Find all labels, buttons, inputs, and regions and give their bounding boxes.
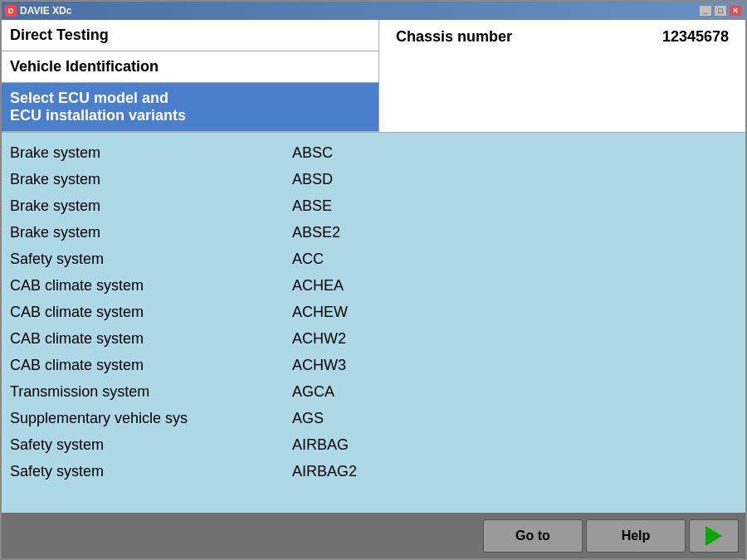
list-item[interactable]: CAB climate systemACHW3 bbox=[10, 352, 737, 378]
list-item[interactable]: Safety systemAIRBAG bbox=[10, 431, 737, 458]
list-item-name: CAB climate system bbox=[10, 357, 292, 374]
restore-button[interactable]: □ bbox=[714, 5, 727, 17]
header: Direct Testing Vehicle Identification Se… bbox=[2, 20, 745, 133]
list-item-name: CAB climate system bbox=[10, 330, 292, 348]
list-item-name: Safety system bbox=[10, 436, 292, 454]
title-bar-left: D DAVIE XDc bbox=[5, 5, 71, 17]
list-item-code: ACC bbox=[292, 251, 324, 268]
list-item-code: ACHEW bbox=[292, 304, 348, 321]
list-item-code: ACHEA bbox=[292, 277, 344, 295]
close-button[interactable]: ✕ bbox=[729, 5, 742, 17]
list-item-name: Brake system bbox=[10, 144, 292, 162]
list-item[interactable]: Transmission systemAGCA bbox=[10, 378, 737, 405]
list-item-name: Brake system bbox=[10, 171, 292, 188]
list-item-code: ABSC bbox=[292, 144, 333, 162]
list-item[interactable]: Brake systemABSE2 bbox=[10, 219, 737, 246]
ecu-installation-label: ECU installation variants bbox=[10, 107, 186, 124]
list-item-name: Safety system bbox=[10, 251, 292, 268]
play-icon bbox=[706, 526, 722, 546]
list-item-code: ABSE bbox=[292, 197, 332, 215]
list-item-name: Brake system bbox=[10, 224, 292, 241]
list-item[interactable]: Safety systemACC bbox=[10, 246, 737, 272]
header-left: Direct Testing Vehicle Identification Se… bbox=[2, 20, 379, 132]
goto-button[interactable]: Go to bbox=[483, 519, 583, 553]
list-item-code: AIRBAG bbox=[292, 436, 349, 454]
minimize-button[interactable]: _ bbox=[699, 5, 712, 17]
list-item[interactable]: CAB climate systemACHEA bbox=[10, 272, 737, 299]
header-right: Chassis number 12345678 bbox=[379, 20, 745, 132]
list-item[interactable]: CAB climate systemACHEW bbox=[10, 299, 737, 325]
main-window: D DAVIE XDc _ □ ✕ Direct Testing Vehicle… bbox=[0, 0, 747, 560]
list-item-name: CAB climate system bbox=[10, 304, 292, 321]
list-item-name: CAB climate system bbox=[10, 277, 292, 295]
window-title: DAVIE XDc bbox=[20, 5, 71, 17]
list-item-code: ACHW3 bbox=[292, 357, 346, 374]
vehicle-identification-label: Vehicle Identification bbox=[10, 58, 159, 75]
list-item-code: ACHW2 bbox=[292, 330, 346, 348]
list-item[interactable]: Safety systemAIRBAG2 bbox=[10, 458, 737, 485]
ecu-list[interactable]: Brake systemABSCBrake systemABSDBrake sy… bbox=[2, 133, 745, 513]
direct-testing-label: Direct Testing bbox=[10, 27, 109, 43]
list-item[interactable]: Brake systemABSE bbox=[10, 192, 737, 219]
play-button[interactable] bbox=[689, 519, 739, 553]
list-item[interactable]: Supplementary vehicle sysAGS bbox=[10, 405, 737, 431]
list-item[interactable]: Brake systemABSD bbox=[10, 166, 737, 192]
help-button[interactable]: Help bbox=[586, 519, 686, 553]
select-ecu-label: Select ECU model and bbox=[10, 90, 168, 106]
list-item-code: AGCA bbox=[292, 383, 334, 401]
list-item-name: Supplementary vehicle sys bbox=[10, 410, 292, 427]
chassis-number-value: 12345678 bbox=[662, 28, 729, 124]
select-ecu-row[interactable]: Select ECU model and ECU installation va… bbox=[2, 83, 378, 132]
title-controls: _ □ ✕ bbox=[699, 5, 742, 17]
list-item-code: AIRBAG2 bbox=[292, 463, 357, 480]
vehicle-identification-row[interactable]: Vehicle Identification bbox=[2, 51, 378, 83]
list-item-name: Brake system bbox=[10, 197, 292, 215]
app-icon: D bbox=[5, 5, 17, 17]
direct-testing-row: Direct Testing bbox=[2, 20, 378, 51]
title-bar: D DAVIE XDc _ □ ✕ bbox=[2, 2, 745, 20]
list-item-code: AGS bbox=[292, 410, 324, 427]
list-item[interactable]: CAB climate systemACHW2 bbox=[10, 325, 737, 352]
list-item-code: ABSE2 bbox=[292, 224, 340, 241]
list-item[interactable]: Brake systemABSC bbox=[10, 139, 737, 166]
footer-toolbar: Go to Help bbox=[2, 513, 745, 558]
chassis-number-label: Chassis number bbox=[396, 28, 512, 124]
list-item-code: ABSD bbox=[292, 171, 333, 188]
list-item-name: Transmission system bbox=[10, 383, 292, 401]
list-item-name: Safety system bbox=[10, 463, 292, 480]
main-content: Brake systemABSCBrake systemABSDBrake sy… bbox=[2, 133, 745, 513]
